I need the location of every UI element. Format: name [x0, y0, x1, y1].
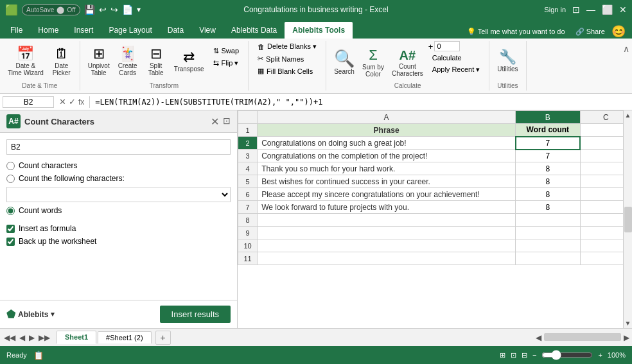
- undo-icon[interactable]: ↩: [99, 4, 107, 15]
- radio-count-following[interactable]: Count the following characters:: [6, 174, 231, 183]
- tab-view[interactable]: View: [191, 22, 224, 39]
- split-table-button[interactable]: ⊟ SplitTable: [143, 46, 169, 78]
- formula-cancel-icon[interactable]: ✕: [59, 97, 66, 107]
- cell-B9[interactable]: [516, 227, 580, 239]
- zoom-out-icon[interactable]: −: [532, 351, 536, 359]
- checkbox-insert-formula[interactable]: Insert as formula: [6, 224, 231, 233]
- radio-count-following-input[interactable]: [6, 175, 15, 183]
- panel-close-button[interactable]: ✕: [211, 116, 219, 128]
- panel-range-input[interactable]: [6, 139, 231, 155]
- sum-by-color-button[interactable]: Σ Sum byColor: [360, 47, 387, 79]
- cell-A2[interactable]: Congratulations on doing such a great jo…: [258, 137, 516, 150]
- close-icon[interactable]: ✕: [619, 4, 627, 15]
- date-time-wizard-button[interactable]: 📅 Date &Time Wizard: [5, 46, 46, 78]
- radio-count-words-input[interactable]: [6, 207, 15, 215]
- cell-A11[interactable]: [258, 252, 516, 265]
- transpose-button[interactable]: ⇄ Transpose: [171, 49, 207, 74]
- save-icon[interactable]: 💾: [84, 4, 95, 15]
- zoom-in-icon[interactable]: +: [598, 351, 602, 359]
- cell-B2[interactable]: 7: [516, 137, 580, 150]
- backup-worksheet-checkbox[interactable]: [6, 238, 15, 246]
- cell-B6[interactable]: 8: [516, 188, 580, 201]
- h-scroll-bar[interactable]: [544, 333, 621, 341]
- date-picker-button[interactable]: 🗓 DatePicker: [49, 46, 75, 78]
- tab-nav-last[interactable]: ▶▶: [37, 332, 51, 343]
- cell-B8[interactable]: [516, 214, 580, 227]
- layout-page-icon[interactable]: ⊡: [511, 351, 516, 360]
- cell-B10[interactable]: [516, 239, 580, 252]
- tab-page-layout[interactable]: Page Layout: [101, 22, 159, 39]
- checkbox-backup-worksheet[interactable]: Back up the worksheet: [6, 237, 231, 246]
- radio-count-words[interactable]: Count words: [6, 206, 231, 215]
- scroll-up-icon[interactable]: ▲: [625, 112, 631, 119]
- formula-confirm-icon[interactable]: ✓: [69, 97, 76, 107]
- ribbon-display-icon[interactable]: ⊡: [572, 4, 580, 15]
- sheet-tab-sheet1-2[interactable]: #Sheet1 (2): [98, 331, 151, 343]
- restore-icon[interactable]: ⬜: [602, 4, 613, 15]
- zoom-slider[interactable]: [541, 350, 593, 360]
- tab-ablebits-data[interactable]: Ablebits Data: [224, 22, 285, 39]
- tab-nav-first[interactable]: ◀◀: [3, 332, 17, 343]
- cell-B3[interactable]: 7: [516, 150, 580, 162]
- vertical-scrollbar[interactable]: ▲ ▼: [623, 110, 632, 328]
- cell-A10[interactable]: [258, 239, 516, 252]
- layout-normal-icon[interactable]: ⊞: [500, 351, 505, 360]
- minimize-icon[interactable]: —: [586, 4, 595, 15]
- create-cards-button[interactable]: 🃏 CreateCards: [115, 46, 141, 78]
- tab-data[interactable]: Data: [160, 22, 191, 39]
- flip-button[interactable]: ⇆ Flip ▾: [209, 58, 243, 69]
- following-chars-select[interactable]: [6, 187, 231, 202]
- share-button[interactable]: 🔗 Share: [575, 28, 605, 36]
- cell-A7[interactable]: We look forward to future projects with …: [258, 201, 516, 214]
- calculate-input[interactable]: [434, 41, 460, 51]
- cell-A5[interactable]: Best wishes for continued success in you…: [258, 175, 516, 188]
- col-header-B[interactable]: B: [516, 111, 580, 124]
- radio-count-characters-input[interactable]: [6, 162, 15, 170]
- cell-A9[interactable]: [258, 227, 516, 239]
- redo-icon[interactable]: ↪: [110, 4, 118, 15]
- h-scroll-right[interactable]: ▶: [624, 333, 629, 342]
- add-sheet-button[interactable]: +: [155, 331, 171, 345]
- count-characters-button[interactable]: A# CountCharacters: [389, 48, 426, 78]
- scroll-thumb[interactable]: [624, 207, 632, 232]
- autosave-toggle[interactable]: AutoSave ⬤ Off: [22, 4, 80, 15]
- swap-button[interactable]: ⇅ Swap: [209, 46, 243, 56]
- name-box[interactable]: [3, 96, 54, 108]
- function-icon[interactable]: fx: [78, 98, 84, 107]
- tab-file[interactable]: File: [3, 22, 30, 39]
- quick-access-more[interactable]: ▾: [137, 5, 141, 14]
- panel-expand-button[interactable]: ⊡: [223, 116, 231, 128]
- calculate-button[interactable]: Calculate: [428, 53, 484, 63]
- insert-formula-checkbox[interactable]: [6, 225, 15, 233]
- sheet-tab-sheet1[interactable]: Sheet1: [57, 331, 96, 344]
- tell-me-input[interactable]: 💡 Tell me what you want to do: [467, 28, 565, 36]
- split-names-button[interactable]: ✂ Split Names: [254, 53, 320, 64]
- ablebits-dropdown-icon[interactable]: ▾: [51, 310, 55, 318]
- ablebits-brand[interactable]: ⬟ Ablebits ▾: [6, 308, 55, 320]
- unpivot-table-button[interactable]: ⊞ UnpivotTable: [85, 46, 112, 78]
- radio-count-characters[interactable]: Count characters: [6, 161, 231, 170]
- tab-nav-prev[interactable]: ◀: [18, 332, 26, 343]
- search-button[interactable]: 🔍 Search: [331, 49, 357, 76]
- tab-home[interactable]: Home: [30, 22, 66, 39]
- cell-B7[interactable]: 8: [516, 201, 580, 214]
- cell-B1[interactable]: Word count: [516, 124, 580, 137]
- cell-A4[interactable]: Thank you so much for your hard work.: [258, 162, 516, 175]
- utilities-button[interactable]: 🔧 Utilities: [495, 49, 520, 74]
- cell-A1[interactable]: Phrase: [258, 124, 516, 137]
- cell-A3[interactable]: Congratulations on the completion of the…: [258, 150, 516, 162]
- formula-input[interactable]: [92, 98, 632, 107]
- tab-insert[interactable]: Insert: [66, 22, 101, 39]
- cell-B4[interactable]: 8: [516, 162, 580, 175]
- delete-blanks-button[interactable]: 🗑 Delete Blanks ▾: [254, 41, 320, 52]
- tab-ablebits-tools[interactable]: Ablebits Tools: [285, 22, 353, 39]
- cell-B11[interactable]: [516, 252, 580, 265]
- fill-blank-cells-button[interactable]: ▦ Fill Blank Cells: [254, 65, 320, 76]
- col-header-A[interactable]: A: [258, 111, 516, 124]
- cell-A8[interactable]: [258, 214, 516, 227]
- insert-results-button[interactable]: Insert results: [160, 306, 231, 323]
- layout-preview-icon[interactable]: ⊟: [522, 351, 527, 360]
- tab-nav-next[interactable]: ▶: [28, 332, 36, 343]
- scroll-down-icon[interactable]: ▼: [625, 320, 631, 327]
- cell-A6[interactable]: Please accept my sincere congratulations…: [258, 188, 516, 201]
